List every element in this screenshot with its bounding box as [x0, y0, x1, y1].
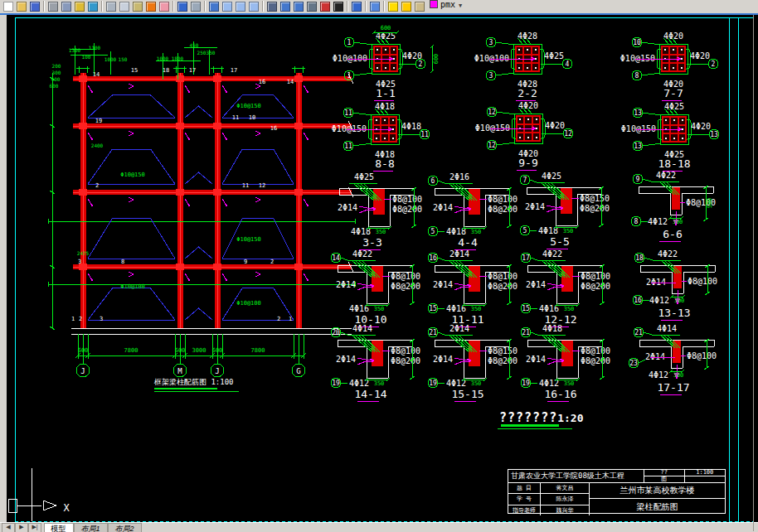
tab-model[interactable]: 模型	[44, 523, 74, 532]
cut-icon[interactable]	[104, 0, 118, 12]
toolbar-separator	[260, 0, 265, 12]
title-block-drawing-name: 梁柱配筋图	[590, 499, 725, 515]
toolbar-separator	[171, 0, 176, 12]
tab-layout2[interactable]: 布局2	[108, 523, 142, 532]
match-properties-icon[interactable]	[144, 0, 158, 12]
zoom-realtime-icon[interactable]	[221, 0, 234, 12]
layout-tab-bar: ◀▶▶| 模型布局1布局2	[0, 522, 758, 532]
layer-color-swatch-icon	[430, 0, 438, 8]
help-icon[interactable]	[350, 0, 363, 12]
frame-title-underline	[154, 388, 217, 389]
new-file-icon[interactable]	[2, 0, 15, 12]
detail-title-underline	[501, 424, 559, 427]
save-icon[interactable]	[28, 0, 41, 12]
title-block-row: 指导老师 魏兴华	[508, 505, 589, 515]
copy-icon[interactable]	[118, 0, 131, 12]
table-icon[interactable]	[332, 0, 345, 12]
spelling-icon[interactable]	[73, 0, 86, 12]
layers-stack-icon[interactable]	[368, 0, 381, 12]
layer-dropdown-caret-icon[interactable]: ▼	[459, 2, 462, 9]
title-block-school: 甘肃农业大学工学院08级土木工程	[508, 470, 644, 482]
toolbar-separator	[345, 0, 350, 12]
open-file-icon[interactable]	[15, 0, 28, 12]
layer-name: pmx	[440, 0, 455, 9]
text-style-icon[interactable]	[265, 0, 279, 12]
layer-on-bulb-icon[interactable]	[386, 0, 400, 12]
paste-icon[interactable]	[131, 0, 144, 12]
plot-icon[interactable]	[46, 0, 60, 12]
tab-nav-last[interactable]: ▶|	[28, 523, 41, 532]
detail-title-underline-2	[498, 428, 572, 429]
title-block-blank	[685, 476, 726, 483]
toolbar-separator	[202, 0, 207, 12]
tab-nav-prev[interactable]: ◀	[2, 523, 15, 532]
toolbar-separator	[100, 0, 104, 12]
title-block-scale: 1:100	[685, 470, 726, 476]
title-block-no-label: ??	[644, 470, 685, 476]
pan-icon[interactable]	[207, 0, 221, 12]
redo-icon[interactable]	[189, 0, 202, 12]
title-block-row: 题 目 蒋文昌	[508, 483, 589, 494]
title-block-row: 学 号 陈永泽	[508, 494, 589, 505]
tab-nav-next[interactable]: ▶	[15, 523, 28, 532]
plot-preview-icon[interactable]	[60, 0, 73, 12]
layer-lock-icon[interactable]	[413, 0, 426, 12]
layer-control[interactable]: pmx▼	[428, 0, 462, 12]
cad-window: pmx▼ 13001100100100015010001800450250350…	[0, 0, 758, 532]
detail-group-title: ???????1:20	[499, 409, 584, 425]
dim-style-icon[interactable]	[279, 0, 292, 12]
frame-title-underline-2	[154, 391, 239, 392]
tab-layout1[interactable]: 布局1	[74, 523, 108, 532]
xref-icon[interactable]	[318, 0, 332, 12]
publish-web-icon[interactable]	[86, 0, 100, 12]
toolbar-separator	[363, 0, 368, 12]
title-block: 甘肃农业大学工学院08级土木工程 ?? 1:100 图 题 目 蒋文昌 学 号 …	[508, 469, 726, 514]
undo-icon[interactable]	[176, 0, 189, 12]
toolbar: pmx▼	[0, 0, 758, 15]
layer-freeze-sun-icon[interactable]	[400, 0, 413, 12]
toolbar-separator	[41, 0, 46, 12]
toolbar-separator	[381, 0, 386, 12]
zoom-previous-icon[interactable]	[247, 0, 260, 12]
zoom-window-icon[interactable]	[234, 0, 247, 12]
title-block-project: 兰州市某高校教学楼	[590, 483, 725, 499]
image-icon[interactable]	[305, 0, 318, 12]
layer-manager-icon[interactable]	[292, 0, 305, 12]
frame-drawing-title: 框架梁柱配筋图 1:100	[154, 377, 234, 388]
erase-icon[interactable]	[158, 0, 171, 12]
title-block-fig-label: 图	[644, 476, 685, 483]
drawing-canvas[interactable]	[7, 15, 758, 522]
